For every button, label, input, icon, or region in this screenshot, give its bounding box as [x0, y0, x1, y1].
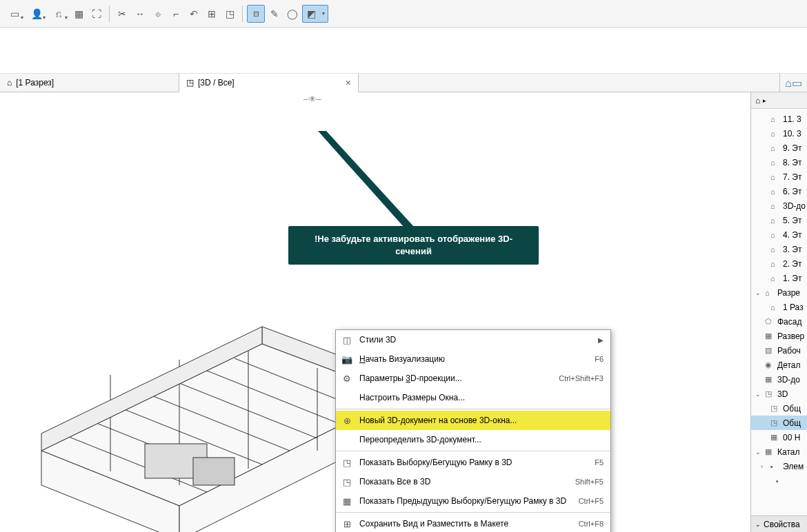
menu-separator: [336, 409, 610, 409]
nav-item[interactable]: ⌂2. Эт: [751, 256, 807, 271]
tool-pen[interactable]: ✎: [266, 6, 283, 22]
navigator-list: ⌂11. 3⌂10. 3⌂9. Эт⌂8. Эт⌂7. Эт⌂6. Эт⌂3D-…: [751, 109, 807, 515]
nav-item-icon: ⬠: [765, 317, 775, 326]
tool-cube[interactable]: ◳: [221, 6, 238, 22]
menu-icon: ◫: [340, 333, 354, 347]
nav-item[interactable]: ▧Рабоч: [751, 343, 807, 358]
nav-item[interactable]: ▪: [751, 473, 807, 488]
nav-item[interactable]: ⌂6. Эт: [751, 184, 807, 198]
nav-item[interactable]: ▦3D-до: [751, 372, 807, 387]
menu-item[interactable]: Настроить Размеры Окна...: [336, 388, 610, 407]
nav-item[interactable]: ⌂7. Эт: [751, 170, 807, 184]
nav-item[interactable]: ⌂1 Раз: [751, 300, 807, 314]
tool-grid2[interactable]: ⊞: [203, 6, 220, 22]
tab-spacer: [359, 74, 779, 92]
menu-icon: ◳: [340, 456, 354, 469]
tool-3dcut[interactable]: ◩: [303, 6, 319, 22]
nav-item[interactable]: ⌂3. Эт: [751, 242, 807, 256]
nav-item-label: 7. Эт: [783, 172, 801, 182]
nav-item[interactable]: ›▪Элем: [751, 459, 807, 473]
nav-item-icon: ▦: [765, 375, 775, 384]
nav-item-icon: ⌂: [770, 158, 780, 167]
tab-icon: ◳: [186, 78, 194, 88]
nav-item-icon: ▦: [770, 433, 780, 442]
nav-item[interactable]: ⌂8. Эт: [751, 155, 807, 170]
nav-item[interactable]: ◉Детал: [751, 358, 807, 372]
main-toolbar: ▭ 👤 ⎌ ▦ ⛶ ✂ ↔ ⟐ ⌐ ↶ ⊞ ◳ ⧈ ✎ ◯ ◩ ▾: [0, 0, 807, 28]
visibility-row: –👁–: [0, 92, 807, 106]
nav-item[interactable]: ⌂3D-до: [751, 198, 807, 213]
menu-item[interactable]: ◳Показать Все в 3DShift+F5: [336, 472, 610, 491]
menu-shortcut: Shift+F5: [575, 478, 604, 486]
nav-item-icon: ◳: [770, 404, 780, 413]
tool-branch[interactable]: ⎌: [48, 6, 69, 22]
tool-move[interactable]: ↔: [132, 6, 148, 22]
tool-sphere[interactable]: ◯: [284, 6, 301, 22]
tool-user[interactable]: 👤: [26, 6, 47, 22]
nav-item-icon: ⌂: [770, 115, 780, 123]
menu-icon: ⊕: [340, 413, 354, 427]
menu-icon: ◳: [340, 475, 354, 489]
tab-3d-all[interactable]: ◳ [3D / Все] ×: [179, 74, 359, 92]
menu-item[interactable]: ⊕Новый 3D-документ на основе 3D-окна...: [336, 411, 610, 430]
nav-item[interactable]: ⌂11. 3: [751, 112, 807, 126]
nav-item-icon: ⌂: [765, 289, 775, 297]
expand-icon: ⌄: [755, 449, 762, 456]
callout-tooltip: !Не забудьте активировать отображение 3D…: [288, 226, 539, 265]
menu-item[interactable]: Переопределить 3D-документ...: [336, 430, 610, 449]
nav-item[interactable]: ⌄⌂Разре: [751, 285, 807, 300]
menu-label: Новый 3D-документ на основе 3D-окна...: [359, 416, 604, 425]
active-3dcut-group: ◩ ▾: [302, 5, 328, 23]
tab-navigator-toggle[interactable]: ⌂▭: [779, 74, 807, 92]
nav-item[interactable]: ⌂4. Эт: [751, 227, 807, 242]
navigator-footer[interactable]: ⌄ Свойства: [751, 515, 807, 532]
nav-item[interactable]: ⌂5. Эт: [751, 213, 807, 227]
menu-shortcut: Ctrl+F5: [579, 497, 604, 505]
tool-marquee[interactable]: ⛶: [88, 6, 105, 22]
tool-select[interactable]: ▭: [4, 6, 25, 22]
nav-item-label: 8. Эт: [783, 158, 801, 167]
tool-grid[interactable]: ▦: [70, 6, 87, 22]
nav-item[interactable]: ⬠Фасад: [751, 314, 807, 329]
nav-item-icon: ◳: [765, 389, 775, 398]
navigator-header[interactable]: ⌂ ▸: [751, 92, 807, 109]
nav-item[interactable]: ⌄◳3D: [751, 387, 807, 401]
menu-item[interactable]: ◳Показать Выборку/Бегущую Рамку в 3DF5: [336, 453, 610, 472]
menu-item[interactable]: 📷Начать ВизуализациюF6: [336, 349, 610, 369]
menu-icon: ▦: [340, 494, 354, 508]
nav-item-icon: ⌂: [770, 231, 780, 239]
nav-item-label: 6. Эт: [783, 187, 801, 196]
menu-item[interactable]: ⊞Сохранить Вид и Разместить в МакетеCtrl…: [336, 514, 610, 532]
nav-item[interactable]: ⌄▦Катал: [751, 444, 807, 459]
menu-item[interactable]: ▦Показать Предыдущую Выборку/Бегущую Рам…: [336, 491, 610, 511]
nav-item-label: Общ: [783, 404, 801, 413]
tool-path[interactable]: ⌐: [168, 6, 184, 22]
menu-item[interactable]: ⚙Параметры 3D-проекции...Ctrl+Shift+F3: [336, 369, 610, 388]
tool-magnet[interactable]: ⟐: [150, 6, 166, 22]
tab-razrez[interactable]: ⌂ [1 Разрез]: [0, 74, 179, 92]
3d-viewport[interactable]: !Не забудьте активировать отображение 3D…: [0, 106, 807, 532]
tool-scissors[interactable]: ✂: [114, 6, 130, 22]
nav-icon: ⌂▭: [785, 76, 802, 90]
nav-item-label: 10. 3: [783, 129, 801, 139]
expand-icon: ›: [761, 463, 768, 470]
nav-item[interactable]: ⌂1. Эт: [751, 271, 807, 285]
nav-item[interactable]: ▦Развер: [751, 329, 807, 343]
menu-label: Показать Все в 3D: [359, 477, 570, 487]
nav-item[interactable]: ⌂10. 3: [751, 126, 807, 141]
tool-boxselect[interactable]: ⧈: [248, 6, 264, 22]
tool-3dcut-dropdown[interactable]: ▾: [319, 6, 328, 22]
nav-item[interactable]: ◳Общ: [751, 401, 807, 416]
menu-icon: ⚙: [340, 371, 354, 385]
nav-item-icon: ⌂: [770, 144, 780, 152]
separator: [109, 6, 110, 22]
nav-item-label: Элем: [783, 462, 804, 471]
menu-item[interactable]: ◫Стили 3D▶: [336, 330, 610, 349]
nav-item-label: Общ: [783, 418, 801, 428]
nav-item[interactable]: ⌂9. Эт: [751, 141, 807, 155]
tool-undo[interactable]: ↶: [186, 6, 202, 22]
eye-toggle[interactable]: –👁–: [303, 94, 321, 104]
nav-item[interactable]: ◳Общ: [751, 416, 807, 430]
nav-item[interactable]: ▦00 Н: [751, 430, 807, 444]
tab-close-icon[interactable]: ×: [346, 77, 351, 88]
